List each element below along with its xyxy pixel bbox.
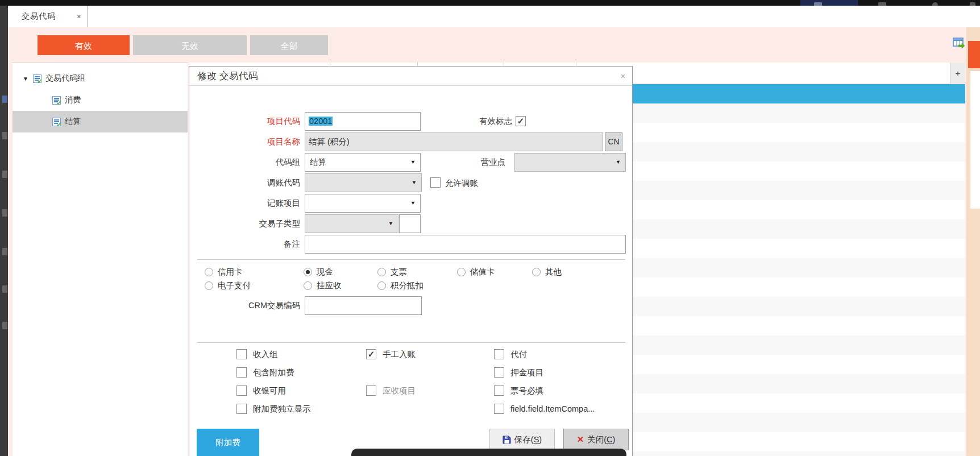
checked-doc-icon: ✓ [52,96,61,105]
option-checkbox-pay-on-behalf[interactable] [494,349,504,359]
tree-panel: ▼ ✓ 交易代码组 ✓ 消费 ✓ 结算 [13,63,188,456]
filter-button-invalid[interactable]: 无效 [133,35,247,55]
option-checkbox-surcharge-separate[interactable] [236,404,247,414]
tree-item-transaction-code-group[interactable]: ▼ ✓ 交易代码组 [13,68,188,89]
close-button[interactable]: ✕ 关闭(C) [563,429,629,450]
option-label: 包含附加费 [253,367,294,378]
tab-label: 交易代码 [22,11,56,22]
clipped-glyph [2,285,7,293]
filter-button-valid[interactable]: 有效 [38,35,130,55]
item-code-input[interactable]: 02001 [305,112,421,131]
valid-flag-label: 有效标志 [421,112,512,131]
payment-radio-points-deduction[interactable] [377,281,386,290]
tree-item-consume[interactable]: ✓ 消费 [13,89,188,111]
checkbox-check-icon: ✓ [516,117,525,126]
language-badge-cn[interactable]: CN [605,132,622,151]
code-group-label: 代码组 [209,153,300,172]
outlet-label: 营业点 [414,153,505,172]
tree-expander-icon[interactable]: ▼ [23,76,28,82]
checked-doc-icon: ✓ [52,118,61,126]
save-button[interactable]: 保存(S) [489,429,555,450]
checkbox-check-icon: ✓ [367,350,376,359]
red-x-icon: ✕ [577,434,584,445]
item-name-input[interactable]: 结算 (积分) [305,132,603,151]
outlet-select[interactable]: ▼ [514,153,626,172]
option-label: field.field.ItemCompa... [510,403,595,414]
remark-label: 备注 [209,235,300,254]
remark-input[interactable] [305,235,626,254]
filter-button-all[interactable]: 全部 [250,35,328,55]
right-dock-strip [966,27,980,456]
dock-white-panel [970,71,980,209]
option-checkbox-item-compa[interactable] [494,404,504,414]
option-label: 票号必填 [510,385,543,396]
crm-code-input[interactable] [305,296,422,315]
payment-label: 电子支付 [218,281,251,291]
posting-item-label: 记账项目 [209,194,300,213]
payment-radio-cash[interactable] [304,268,312,276]
allow-adjust-checkbox[interactable] [430,177,441,188]
payment-radio-cheque[interactable] [377,268,386,276]
crm-code-label: CRM交易编码 [209,296,300,315]
payment-radio-credit-card[interactable] [205,268,213,276]
clipped-glyph [2,171,7,178]
payment-radio-other[interactable] [532,268,541,276]
dropdown-arrow-icon: ▼ [410,194,416,212]
tab-bar: 交易代码 × [8,6,980,27]
option-label: 应收项目 [383,385,416,396]
modal-title-bar: 修改 交易代码 × [189,67,632,86]
section-divider [197,259,625,260]
taskbar-peek[interactable] [351,449,626,456]
top-strip-highlight [800,0,858,6]
payment-label: 其他 [545,267,562,277]
payment-radio-on-account[interactable] [304,281,312,290]
dropdown-arrow-icon: ▼ [412,174,417,192]
modal-edit-transaction-code: 修改 交易代码 × 项目代码 02001 有效标志 ✓ 项目名称 结算 (积分)… [189,66,633,456]
valid-flag-checkbox[interactable]: ✓ [516,116,526,126]
code-group-select[interactable]: 结算▼ [305,153,421,172]
dropdown-arrow-icon: ▼ [388,215,393,233]
adjust-code-select[interactable]: ▼ [305,173,422,192]
payment-radio-e-payment[interactable] [205,281,213,290]
close-label: 关闭(C) [587,434,615,445]
save-label: 保存(S) [514,434,542,445]
subtype-select[interactable]: ▼ [305,214,398,233]
clipped-glyph [932,2,938,6]
clipped-glyph [2,209,7,217]
checked-doc-icon: ✓ [33,74,41,83]
app-screen: + ▼ ✓ 交易代码组 ✓ 消费 ✓ [0,0,980,456]
payment-label: 支票 [391,267,407,277]
clipped-glyph [2,248,7,255]
item-name-label: 项目名称 [209,132,300,151]
option-checkbox-receivable-item[interactable] [366,385,376,396]
option-checkbox-cashier-available[interactable] [236,385,247,396]
export-table-icon[interactable] [953,38,965,49]
option-label: 收银可用 [253,385,286,396]
clipped-glyph [2,96,7,103]
add-column-button[interactable]: + [950,63,965,84]
top-strip [0,0,980,6]
option-checkbox-manual-posting[interactable]: ✓ [366,349,376,359]
floppy-disk-icon [503,436,511,444]
tab-transaction-codes[interactable]: 交易代码 × [13,6,88,27]
tab-close-icon[interactable]: × [77,13,81,20]
option-checkbox-include-surcharge[interactable] [236,367,247,378]
dock-orange-tab[interactable] [968,41,980,68]
left-strip [0,0,8,456]
option-checkbox-ticket-no-required[interactable] [494,385,504,396]
option-checkbox-income-group[interactable] [236,349,247,359]
option-checkbox-deposit-item[interactable] [494,367,504,378]
posting-item-select[interactable]: ▼ [305,194,421,213]
payment-radio-stored-value-card[interactable] [457,268,466,276]
subtype-extra-box[interactable] [399,214,421,233]
option-label: 代付 [510,349,527,360]
clipped-glyph [2,132,7,139]
modal-close-icon[interactable]: × [621,67,625,86]
clipped-glyph [878,2,886,6]
option-label: 押金项目 [510,367,543,378]
surcharge-button[interactable]: 附加费 [197,429,259,456]
allow-adjust-label: 允许调账 [445,177,478,189]
clipped-glyph [970,2,975,6]
dropdown-arrow-icon: ▼ [616,154,621,171]
tree-item-settlement[interactable]: ✓ 结算 [13,111,188,132]
